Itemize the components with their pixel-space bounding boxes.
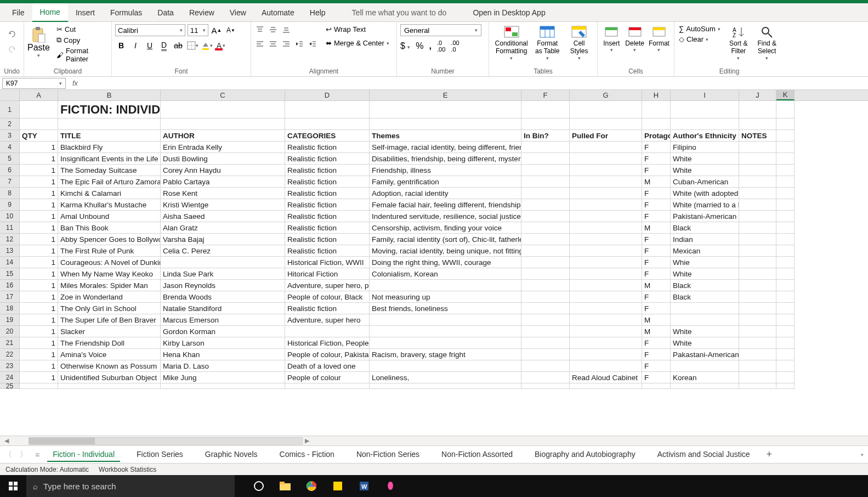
sheet-list-button[interactable]: ≡ [35,450,39,459]
cell[interactable] [739,372,776,383]
cell[interactable] [776,101,795,118]
cell[interactable] [671,360,739,372]
row-header[interactable]: 15 [0,268,20,280]
cell[interactable] [739,222,776,234]
cell[interactable] [776,337,795,349]
cell[interactable] [20,383,58,389]
cell[interactable]: Indian [671,234,739,245]
cell[interactable]: Loneliness, [370,372,521,383]
font-name-select[interactable]: Calibri▾ [115,24,185,36]
cell[interactable] [776,165,795,176]
cell[interactable] [570,383,642,389]
cell[interactable]: Linda Sue Park [161,268,285,280]
column-header-F[interactable]: F [521,90,570,100]
cell[interactable] [776,176,795,188]
cell[interactable] [285,118,370,130]
sheet-tab[interactable]: Graphic Novels [200,448,263,462]
cell[interactable] [521,245,570,257]
cell[interactable] [570,142,642,153]
cell[interactable] [739,165,776,176]
cell[interactable]: AUTHOR [161,130,285,142]
cell[interactable]: Kimchi & Calamari [58,188,161,199]
sort-filter-button[interactable]: AZ Sort & Filter▾ [726,24,751,61]
cell[interactable]: 1 [20,291,58,303]
format-painter-button[interactable]: 🖌Format Painter [54,46,108,64]
column-header-G[interactable]: G [570,90,642,100]
cell[interactable] [521,142,570,153]
cell[interactable]: F [642,268,671,280]
cell[interactable]: M [642,176,671,188]
cell[interactable]: 1 [20,326,58,337]
cell[interactable] [370,360,521,372]
fill-color-button[interactable]: ▾ [201,39,213,52]
cell[interactable] [671,383,739,389]
cell[interactable] [570,153,642,165]
cell[interactable] [161,383,285,389]
cell[interactable]: F [642,360,671,372]
row-header[interactable]: 14 [0,257,20,268]
insert-cells-button[interactable]: Insert▾ [601,24,622,53]
cell[interactable] [285,326,370,337]
cell[interactable]: Protagon [642,130,671,142]
name-box[interactable]: K97▾ [2,78,66,89]
cell[interactable]: 1 [20,222,58,234]
menu-tab-view[interactable]: View [222,3,254,22]
row-header[interactable]: 4 [0,142,20,153]
cell[interactable]: Friendship, illness [370,165,521,176]
cell[interactable]: Courageous: A Novel of Dunkirk [58,257,161,268]
cell[interactable]: Realistic fiction [285,153,370,165]
cell[interactable] [776,199,795,211]
double-underline-button[interactable]: D [158,39,170,52]
conditional-formatting-button[interactable]: Conditional Formatting ▾ [492,24,530,61]
cell[interactable]: Filipino [671,142,739,153]
cell[interactable] [739,291,776,303]
word-icon[interactable]: W [351,475,377,497]
paste-button[interactable]: Paste▾ [27,24,50,58]
cell[interactable]: F [642,188,671,199]
autosum-button[interactable]: ∑AutoSum ▾ [678,24,722,33]
delete-cells-button[interactable]: Delete▾ [624,24,645,53]
cell[interactable] [739,383,776,389]
cell[interactable] [776,314,795,326]
row-header[interactable]: 7 [0,176,20,188]
taskbar-search[interactable]: ⌕ Type here to search [26,475,235,497]
cell[interactable]: Cuban-American [671,176,739,188]
cell-styles-button[interactable]: Cell Styles ▾ [564,24,594,61]
row-header[interactable]: 6 [0,165,20,176]
cell[interactable] [739,257,776,268]
cell[interactable]: F [642,234,671,245]
cell[interactable] [776,268,795,280]
cell[interactable]: F [642,303,671,314]
sheet-nav-prev[interactable]: 〈 [4,450,12,460]
cell[interactable] [739,211,776,222]
cell[interactable]: Doing the right thing, WWII, courage [370,257,521,268]
cell[interactable] [570,234,642,245]
cell[interactable]: 1 [20,303,58,314]
cell[interactable]: Realistic fiction [285,211,370,222]
chrome-icon[interactable] [298,475,325,497]
cell[interactable] [739,234,776,245]
row-header[interactable]: 11 [0,222,20,234]
cell[interactable] [739,142,776,153]
cell[interactable] [570,222,642,234]
cortana-icon[interactable] [246,475,272,497]
menu-tab-formulas[interactable]: Formulas [103,3,150,22]
column-header-K[interactable]: K [776,90,795,100]
cell[interactable] [521,234,570,245]
borders-button[interactable]: ▾ [186,39,198,52]
row-header[interactable]: 20 [0,326,20,337]
cell[interactable] [776,211,795,222]
cell[interactable]: Adventure, super hero [285,314,370,326]
cell[interactable]: The Friendship Doll [58,337,161,349]
cell[interactable] [776,188,795,199]
cell[interactable]: Blackbird Fly [58,142,161,153]
cell[interactable]: Ban This Book [58,222,161,234]
grid-body[interactable]: 1FICTION: INDIVIDUAL23QTYTITLEAUTHORCATE… [0,101,868,436]
cell[interactable]: Kristi Wientge [161,199,285,211]
cell[interactable] [776,142,795,153]
format-cells-button[interactable]: Format▾ [648,24,671,53]
cell[interactable]: Kirby Larson [161,337,285,349]
cell[interactable] [370,101,521,118]
select-all-corner[interactable] [0,90,20,100]
cell[interactable] [739,188,776,199]
